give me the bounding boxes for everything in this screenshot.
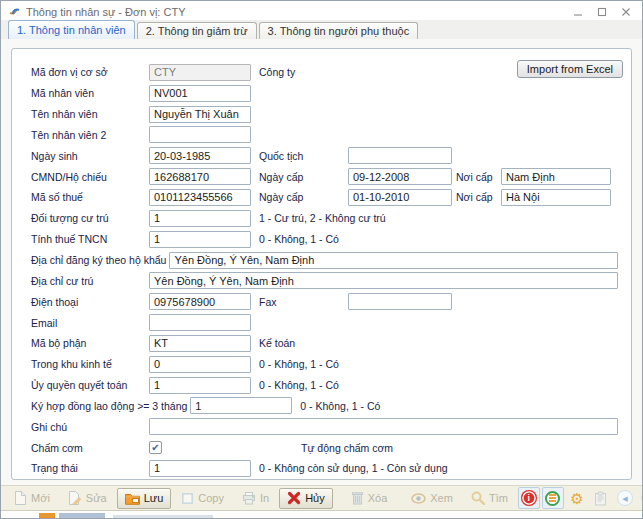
trang-thai-input[interactable]	[149, 460, 251, 477]
mst-noi-cap-label: Nơi cấp	[452, 191, 501, 203]
nav-first-icon: ◀	[617, 490, 633, 506]
ten-nhan-vien-label: Tên nhân viên	[31, 108, 149, 120]
tinh-thue-tncn-hint: 0 - Không, 1 - Có	[259, 233, 339, 245]
trash-icon	[351, 491, 364, 505]
ma-don-vi-co-so-label: Mã đơn vị cơ sở	[31, 66, 149, 78]
notes-button[interactable]	[590, 487, 612, 509]
form-row-ky-hop-dong-lao-dong: Ký hợp đồng lao động >= 3 tháng0 - Không…	[31, 396, 618, 417]
settings-button[interactable]: ⚙	[566, 487, 588, 509]
background-window-edge	[1, 512, 642, 518]
form-row-ngay-sinh: Ngày sinhQuốc tịch	[31, 145, 618, 166]
cmnd-ngay-cap-input[interactable]	[348, 168, 452, 185]
mst-ngay-cap-label: Ngày cấp	[251, 191, 348, 203]
print-icon	[242, 491, 256, 505]
copy-icon	[181, 492, 194, 505]
app-icon	[9, 6, 20, 17]
form-row-ten-nhan-vien-2: Tên nhân viên 2	[31, 125, 618, 146]
ma-don-vi-co-so-input[interactable]	[149, 64, 251, 81]
cmnd-ngay-cap-label: Ngày cấp	[251, 171, 348, 183]
dia-chi-dang-ky-ho-khau-label: Địa chỉ đăng ký theo hộ khẩu	[31, 254, 169, 266]
form-row-trong-khu-kinh-te: Trong khu kinh tế0 - Không, 1 - Có	[31, 354, 618, 375]
maximize-button[interactable]	[590, 4, 614, 19]
info-button[interactable]: i	[518, 487, 540, 509]
doi-tuong-cu-tru-label: Đối tượng cư trú	[31, 212, 149, 224]
trang-thai-label: Trạng thái	[31, 462, 149, 474]
ten-nhan-vien-2-input[interactable]	[149, 126, 251, 143]
ma-nhan-vien-input[interactable]	[149, 85, 251, 102]
form-row-dia-chi-dang-ky-ho-khau: Địa chỉ đăng ký theo hộ khẩu	[31, 250, 618, 271]
ky-hop-dong-lao-dong-hint: 0 - Không, 1 - Có	[300, 400, 380, 412]
view-button[interactable]: Xem	[403, 488, 461, 509]
ma-bo-phan-hint: Kế toán	[259, 337, 295, 349]
ma-bo-phan-label: Mã bộ phận	[31, 337, 149, 349]
cmnd-noi-cap-label: Nơi cấp	[452, 171, 501, 183]
toolbar-button-label: Xem	[430, 492, 453, 504]
background-logo-fragment	[39, 513, 55, 518]
ma-don-vi-co-so-hint: Công ty	[259, 66, 295, 78]
cancel-button[interactable]: Hủy	[279, 488, 333, 509]
delete-button[interactable]: Xóa	[343, 488, 396, 509]
list-button[interactable]	[542, 487, 564, 509]
nav-first-button[interactable]: ◀	[614, 487, 636, 509]
ma-bo-phan-input[interactable]	[149, 335, 251, 352]
mst-noi-cap-input[interactable]	[501, 189, 611, 206]
ma-so-thue-label: Mã số thuế	[31, 191, 149, 203]
cmnd-ho-chieu-input[interactable]	[149, 168, 251, 185]
form-row-cham-com: Chấm cơm✔Tự động chấm cơm	[31, 437, 618, 458]
ngay-sinh-input[interactable]	[149, 147, 251, 164]
email-input[interactable]	[149, 314, 251, 331]
cham-com-checkbox[interactable]: ✔	[149, 441, 162, 454]
close-icon	[621, 7, 631, 17]
doi-tuong-cu-tru-hint: 1 - Cư trú, 2 - Không cư trú	[259, 212, 386, 224]
form-row-ghi-chu: Ghi chú	[31, 416, 618, 437]
fax-input[interactable]	[348, 293, 452, 310]
cham-com-hint: Tự động chấm cơm	[301, 442, 393, 454]
quoc-tich-input[interactable]	[348, 147, 452, 164]
bottom-toolbar: Mới Sửa Lưu Copy In	[1, 485, 642, 511]
ngay-sinh-label: Ngày sinh	[31, 150, 149, 162]
print-button[interactable]: In	[234, 488, 277, 509]
dia-chi-dang-ky-ho-khau-input[interactable]	[169, 252, 618, 269]
quoc-tich-label: Quốc tịch	[251, 150, 348, 162]
find-button[interactable]: Tìm	[463, 488, 516, 509]
tab-thong-tin-nhan-vien[interactable]: 1. Thông tin nhân viên	[8, 20, 135, 39]
edit-button[interactable]: Sửa	[60, 488, 115, 509]
nav-prev-button[interactable]: ◀	[638, 487, 643, 509]
trong-khu-kinh-te-hint: 0 - Không, 1 - Có	[259, 358, 339, 370]
cmnd-noi-cap-input[interactable]	[501, 168, 611, 185]
cmnd-ho-chieu-label: CMND/Hộ chiếu	[31, 171, 149, 183]
ky-hop-dong-lao-dong-label: Ký hợp đồng lao động >= 3 tháng	[31, 400, 190, 412]
mst-ngay-cap-input[interactable]	[348, 189, 452, 206]
background-logo-fragment	[59, 513, 105, 518]
cancel-icon	[287, 491, 301, 505]
ten-nhan-vien-input[interactable]	[149, 106, 251, 123]
doi-tuong-cu-tru-input[interactable]	[149, 210, 251, 227]
ky-hop-dong-lao-dong-input[interactable]	[190, 397, 292, 414]
uy-quyen-quyet-toan-input[interactable]	[149, 377, 251, 394]
toolbar-button-label: Lưu	[144, 492, 164, 504]
form-row-ma-don-vi-co-so: Mã đơn vị cơ sởCông ty	[31, 62, 618, 83]
close-button[interactable]	[614, 4, 638, 19]
tab-thong-tin-nguoi-phu-thuoc[interactable]: 3. Thông tin người phụ thuộc	[259, 22, 419, 39]
dien-thoai-input[interactable]	[149, 293, 251, 310]
background-logo-fragment	[113, 515, 213, 518]
minimize-button[interactable]	[566, 4, 590, 19]
toolbar-button-label: In	[260, 492, 269, 504]
save-icon	[125, 492, 140, 505]
form-row-ma-so-thue: Mã số thuếNgày cấpNơi cấp	[31, 187, 618, 208]
dia-chi-cu-tru-input[interactable]	[149, 272, 618, 289]
copy-button[interactable]: Copy	[173, 488, 232, 509]
trong-khu-kinh-te-input[interactable]	[149, 356, 251, 373]
tinh-thue-tncn-input[interactable]	[149, 231, 251, 248]
form-row-dien-thoai: Điện thoạiFax	[31, 291, 618, 312]
ma-so-thue-input[interactable]	[149, 189, 251, 206]
form-row-cmnd-ho-chieu: CMND/Hộ chiếuNgày cấpNơi cấp	[31, 166, 618, 187]
tab-thong-tin-giam-tru[interactable]: 2. Thông tin giảm trừ	[137, 22, 257, 39]
new-button[interactable]: Mới	[6, 488, 58, 509]
ghi-chu-input[interactable]	[149, 418, 618, 435]
toolbar-button-label: Sửa	[86, 492, 107, 504]
save-button[interactable]: Lưu	[117, 488, 172, 509]
info-icon: i	[521, 490, 537, 506]
toolbar-right-group: i ⚙ ◀ ◀ ▶ ▶	[518, 487, 643, 509]
title-bar: Thông tin nhân sự - Đơn vị: CTY	[1, 1, 642, 20]
